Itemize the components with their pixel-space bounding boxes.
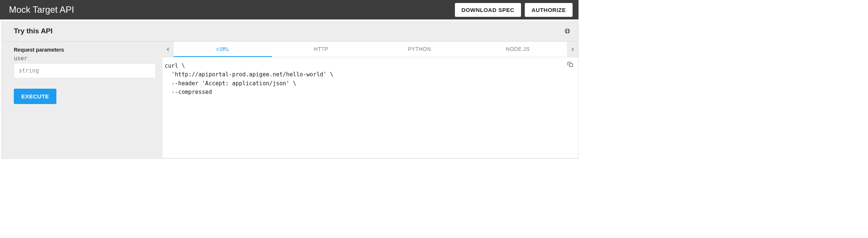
tab-http[interactable]: HTTP: [272, 42, 370, 57]
collapse-icon[interactable]: [564, 28, 571, 34]
tab-scroll-right[interactable]: [567, 42, 578, 57]
download-spec-button[interactable]: DOWNLOAD SPEC: [455, 3, 521, 17]
request-parameters-heading: Request parameters: [14, 47, 156, 53]
tab-curl[interactable]: cURL: [174, 42, 272, 57]
param-name-label: user: [14, 55, 156, 62]
code-area: curl \ 'http://apiportal-prod.apigee.net…: [162, 57, 578, 158]
user-input[interactable]: [14, 63, 156, 78]
panel-title: Try this API: [14, 27, 564, 35]
tab-scroll-left[interactable]: [162, 42, 174, 57]
authorize-button[interactable]: AUTHORIZE: [525, 3, 573, 17]
request-parameters-section: Request parameters user EXECUTE: [2, 42, 162, 158]
tab-nodejs[interactable]: NODE.JS: [469, 42, 567, 57]
panel-header: Try this API: [2, 21, 578, 42]
code-sample-section: cURL HTTP PYTHON NODE.JS curl \ 'http://…: [162, 42, 578, 158]
panel-body: Request parameters user EXECUTE cURL HTT…: [2, 42, 578, 158]
try-api-panel: Try this API Request parameters user EXE…: [1, 21, 579, 159]
topbar: Mock Target API DOWNLOAD SPEC AUTHORIZE: [0, 0, 579, 19]
tab-python[interactable]: PYTHON: [371, 42, 469, 57]
tab-row: cURL HTTP PYTHON NODE.JS: [162, 42, 578, 57]
copy-icon[interactable]: [567, 61, 574, 68]
page-title: Mock Target API: [9, 4, 451, 15]
tabs: cURL HTTP PYTHON NODE.JS: [174, 42, 567, 57]
code-snippet: curl \ 'http://apiportal-prod.apigee.net…: [165, 62, 572, 97]
svg-rect-0: [570, 64, 573, 67]
execute-button[interactable]: EXECUTE: [14, 89, 56, 104]
